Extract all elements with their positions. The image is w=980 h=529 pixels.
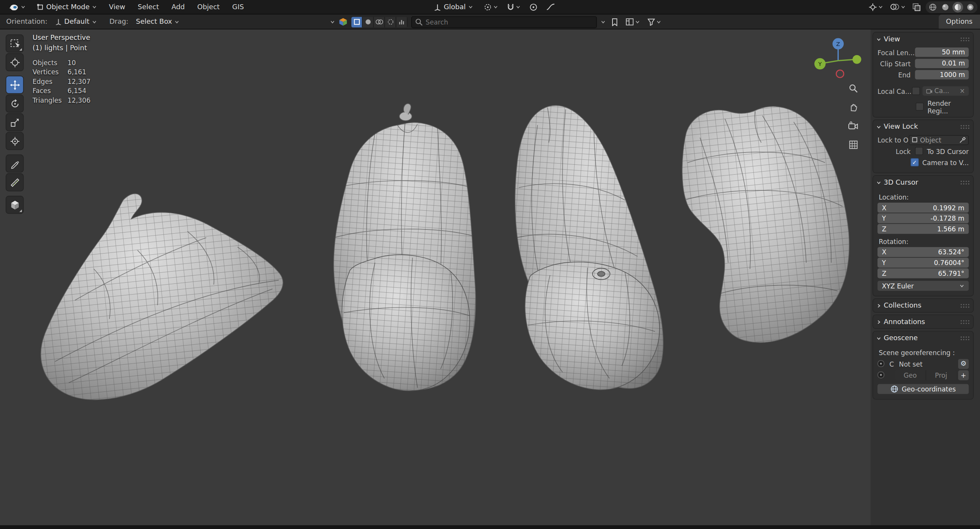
focal-length-field[interactable]: 50 mm — [915, 47, 969, 57]
panel-grip-icon[interactable] — [960, 303, 969, 308]
cursor-rotation-z-field[interactable]: Z65.791° — [877, 268, 969, 278]
panel-grip-icon[interactable] — [960, 319, 969, 324]
zoom-button[interactable] — [846, 81, 860, 95]
xray-toggle[interactable] — [911, 2, 923, 12]
pan-button[interactable] — [846, 100, 860, 114]
menu-view[interactable]: View — [105, 2, 129, 12]
globe-icon — [890, 385, 898, 393]
cursor-location-y-field[interactable]: Y-0.1728 m — [877, 213, 969, 223]
falloff-dropdown[interactable] — [544, 2, 557, 12]
crs-settings-button[interactable]: ⚙ — [958, 359, 969, 368]
panel-view-header[interactable]: View — [873, 33, 973, 46]
crs-radio[interactable] — [877, 360, 884, 367]
cursor-tool[interactable] — [6, 54, 23, 70]
mesh-object-1[interactable] — [25, 181, 300, 419]
magnet-icon — [507, 3, 514, 11]
search-options-chevron[interactable] — [601, 20, 606, 25]
display-filter-dropdown[interactable] — [624, 17, 642, 27]
geo-coordinates-button[interactable]: Geo-coordinates — [877, 384, 969, 394]
subtool-indicator — [20, 48, 22, 51]
scale-tool[interactable] — [6, 114, 23, 131]
menu-select[interactable]: Select — [133, 2, 163, 12]
mesh-object-4[interactable] — [669, 97, 856, 353]
sphere-mode-toggle[interactable] — [363, 16, 374, 27]
orientation-dropdown[interactable]: Default — [51, 16, 101, 27]
tweak-select-tool[interactable] — [6, 35, 23, 52]
panel-grip-icon[interactable] — [960, 180, 969, 185]
panel-3d-cursor: 3D Cursor Location: X0.1992 m Y-0.1728 m… — [873, 176, 973, 296]
clip-start-field[interactable]: 0.01 m — [915, 59, 969, 68]
transform-tool[interactable] — [6, 133, 23, 149]
menu-add[interactable]: Add — [167, 2, 189, 12]
proj-button[interactable]: Proj — [925, 370, 956, 380]
shading-rendered-button[interactable] — [965, 2, 976, 12]
bookmark-button[interactable] — [609, 16, 620, 27]
shading-wireframe-button[interactable] — [928, 2, 938, 12]
chevron-right-icon — [876, 303, 881, 308]
cursor-location-x-field[interactable]: X0.1992 m — [877, 203, 969, 213]
snap-dropdown[interactable] — [505, 2, 523, 12]
cursor-3d-icon — [10, 57, 20, 67]
mesh-object-2[interactable] — [325, 104, 487, 400]
navigation-gizmo[interactable]: Z Y — [812, 33, 865, 81]
panel-grip-icon[interactable] — [960, 124, 969, 129]
show-gizmo-dropdown[interactable] — [867, 2, 885, 12]
clear-icon[interactable]: × — [959, 86, 965, 95]
panel-geoscene-header[interactable]: Geoscene — [873, 331, 973, 344]
add-primitive-tool[interactable] — [6, 197, 23, 213]
tool-options-tab[interactable]: Options — [939, 15, 980, 29]
cursor-rotation-x-field[interactable]: X63.524° — [877, 247, 969, 257]
cursor-location-z-field[interactable]: Z1.566 m — [877, 224, 969, 234]
local-camera-field[interactable]: Ca... × — [923, 86, 969, 95]
panel-grip-icon[interactable] — [960, 336, 969, 341]
panel-view-lock-header[interactable]: View Lock — [873, 120, 973, 133]
overlays-dropdown[interactable] — [888, 2, 908, 12]
chevron-down-icon — [21, 4, 26, 9]
proj-radio[interactable] — [877, 372, 884, 378]
mode-dropdown[interactable]: Object Mode — [33, 2, 101, 12]
drag-label: Drag: — [109, 18, 129, 26]
add-crs-button[interactable]: + — [958, 370, 969, 380]
proportional-editing-toggle[interactable] — [528, 2, 539, 12]
mesh-object-3[interactable] — [510, 97, 672, 403]
to-3d-cursor-checkbox[interactable] — [915, 147, 923, 155]
cursor-rotation-y-field[interactable]: Y0.76004° — [877, 258, 969, 268]
shading-material-button[interactable] — [952, 2, 963, 12]
dashed-circle-toggle[interactable] — [385, 16, 396, 27]
panel-grip-icon[interactable] — [960, 37, 969, 42]
ortho-toggle-button[interactable] — [846, 138, 860, 151]
move-tool[interactable] — [6, 76, 23, 93]
app-menu-button[interactable] — [5, 2, 29, 12]
menu-gis[interactable]: GIS — [228, 2, 248, 12]
viewport-3d[interactable]: User Perspective (1) lights | Point Obje… — [0, 29, 980, 525]
filter-dropdown[interactable] — [646, 17, 663, 27]
render-region-checkbox[interactable] — [916, 103, 924, 111]
menu-object[interactable]: Object — [193, 2, 224, 12]
stat-value: 6,154 — [67, 87, 90, 95]
local-camera-checkbox[interactable] — [912, 87, 920, 95]
camera-view-button[interactable] — [846, 119, 860, 133]
panel-3d-cursor-header[interactable]: 3D Cursor — [873, 176, 973, 189]
panel-collections-header[interactable]: Collections — [873, 299, 973, 312]
drag-dropdown[interactable]: Select Box — [132, 16, 183, 27]
lock-to-object-field[interactable]: Object — [909, 135, 969, 145]
rotation-order-dropdown[interactable]: XYZ Euler — [877, 281, 969, 291]
dual-sphere-toggle[interactable] — [374, 16, 385, 27]
camera-to-view-checkbox[interactable]: ✓ — [910, 158, 918, 166]
select-box-mode-toggle[interactable] — [351, 16, 363, 27]
histogram-toggle[interactable] — [396, 16, 407, 27]
shading-solid-button[interactable] — [940, 2, 951, 12]
geo-button[interactable]: Geo — [895, 370, 925, 380]
proportional-circle-icon — [529, 3, 537, 11]
panel-annotations-header[interactable]: Annotations — [873, 315, 973, 328]
measure-tool[interactable] — [6, 174, 23, 191]
annotate-tool[interactable] — [6, 155, 23, 172]
collapsed-menu-chevron[interactable] — [330, 20, 335, 25]
clip-end-field[interactable]: 1000 m — [915, 70, 969, 79]
transform-orientation-dropdown[interactable]: Global — [430, 2, 477, 12]
eyedropper-icon[interactable] — [959, 137, 965, 143]
editor-type-cube-icon[interactable] — [339, 18, 348, 26]
search-input[interactable] — [412, 18, 596, 26]
pivot-point-dropdown[interactable] — [482, 2, 500, 12]
rotate-tool[interactable] — [6, 95, 23, 112]
